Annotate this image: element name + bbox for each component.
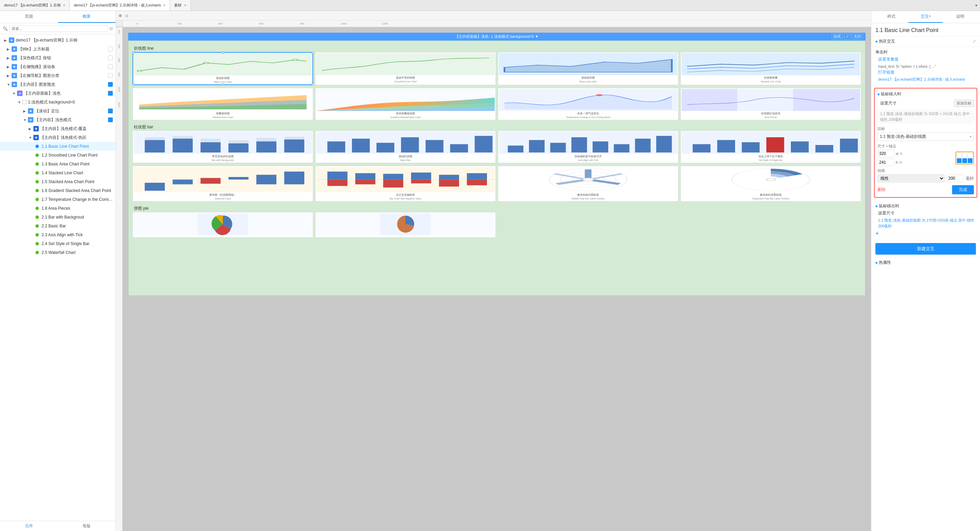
arrow-left-icon[interactable]: ◁ <box>125 13 128 18</box>
chart-canvas-26 <box>316 167 495 192</box>
svg-rect-12 <box>793 89 861 111</box>
mouse-out-link[interactable]: 1.1 预览-浅色-基础折线图 <box>878 218 921 222</box>
width-input[interactable] <box>877 150 894 157</box>
tree-item-12[interactable]: 1.2 Smoothed Line Chart Point <box>0 151 116 160</box>
chart-item-24[interactable]: JS <box>681 131 861 163</box>
right-panel-title: 1.1 Basic Line Chart Point <box>871 23 980 36</box>
search-input[interactable] <box>9 25 108 32</box>
delete-button[interactable]: 删除 <box>877 187 886 193</box>
tree-item-13[interactable]: 1.3 Basic Area Chart Point <box>0 160 116 168</box>
sidebar-tab-page[interactable]: 页面 <box>0 11 58 23</box>
tree-checkbox-checked[interactable] <box>108 109 113 113</box>
chart-item-26[interactable]: JS <box>315 166 496 201</box>
chart-item-27[interactable]: JS <box>498 166 678 201</box>
trigger-click-link[interactable]: demo17 【js-echarts官网】2.示例详情 - 嵌入echarts <box>875 76 976 82</box>
plus-button[interactable]: + <box>875 230 976 237</box>
fullscreen-button[interactable]: ⤢ <box>844 33 851 40</box>
tree-checkbox[interactable] <box>108 47 113 51</box>
complete-button[interactable]: 完成 <box>952 185 974 194</box>
chart-item-14[interactable]: TS 折线图堆叠 <box>681 52 861 85</box>
target-select[interactable]: 1.1 预览-浅色-基础折线图 ▾ <box>877 132 974 141</box>
chart-item-15[interactable]: JS 堆叠面积图 <box>132 88 313 120</box>
tree-item-title[interactable]: ▶ ■ 【title】上方标题 <box>0 44 116 54</box>
add-target-button[interactable]: 添加目标 <box>954 100 974 107</box>
chart-item-13[interactable]: JS 基础面积图 Basic area chart <box>498 52 678 85</box>
chart-item-25[interactable]: JS <box>132 166 313 201</box>
tab-close-1[interactable]: ✕ <box>63 3 65 7</box>
canvas-content: 【主内容面板】浅色: 1.浅色模式 background=0 ▼ 隔离 ⤢ 关闭… <box>123 27 871 301</box>
chart-item-11[interactable]: ⚡ <box>132 52 313 85</box>
chart-item-16[interactable]: JS <box>315 88 496 120</box>
tab-close-2[interactable]: ✕ <box>163 3 165 7</box>
tree-checkbox[interactable] <box>108 73 113 78</box>
tree-item-24[interactable]: 2.4 Set Style of Single Bar. <box>0 239 116 248</box>
tree-item-23[interactable]: 2.3 Axis Align with Tick <box>0 230 116 239</box>
chart-item-17[interactable]: ⚡ 未来一周气温变化 <box>498 88 678 120</box>
tree-item-21[interactable]: 2.1 Bar with Backgroud <box>0 213 116 222</box>
tree-item-mainpanel[interactable]: ▼ ◈ 【主内容面板】浅色 <box>0 89 116 98</box>
tab-assets[interactable]: 素材 ✕ <box>170 0 191 11</box>
tree-item-15[interactable]: 1.5 Stacked Area Chart Point <box>0 178 116 186</box>
right-panel-tab-interaction[interactable]: 交互• <box>908 11 943 23</box>
new-interaction-button[interactable]: 新建交互 <box>875 243 976 255</box>
tree-item-11[interactable]: 1.1 Basic Line Chart Point <box>0 142 116 151</box>
chart-item-28[interactable]: JS <box>681 166 861 201</box>
tree-item-demo17[interactable]: ▶ ■ demo17 【js-echarts官网】1.示例 <box>0 36 116 44</box>
tree-checkbox-checked[interactable] <box>108 117 113 122</box>
click-link-text[interactable]: demo17 【js-echarts官网】2.示例详情 - 嵌入echarts <box>878 77 965 81</box>
tree-item-16[interactable]: 1.6 Gradient Stacked Area Chart Point <box>0 186 116 195</box>
tree-item-lightcover[interactable]: ▶ ■ 【主内容】浅色模式-覆盖 <box>0 124 116 133</box>
tab-demo17-1[interactable]: demo17 【js-echarts官网】1.示例 ✕ <box>0 0 70 11</box>
height-input[interactable] <box>877 159 894 166</box>
tab-demo17-2[interactable]: demo17 【js-echarts官网】2.示例详情 - 嵌入echarts … <box>70 0 170 11</box>
chart-item-12[interactable]: JS 基础平滑折线图 Smoothed Line Chart <box>315 52 496 85</box>
chart-item-18[interactable]: TS 折线图区域高亮 <box>681 88 861 120</box>
tree-item-maincontent[interactable]: ▼ ■ 【主内容】图形预览 <box>0 80 116 89</box>
tree-item-25[interactable]: 2.5 Waterfall Chart <box>0 248 116 257</box>
filter-icon[interactable]: ⊟ <box>110 26 113 31</box>
chart-item-23[interactable]: JS <box>498 131 678 163</box>
width-func-icon[interactable]: fx <box>900 152 903 155</box>
isolate-button[interactable]: 隔离 <box>832 33 843 40</box>
animation-value-input[interactable] <box>947 174 964 182</box>
tree-item-18[interactable]: 1.8 Area Pieces <box>0 204 116 213</box>
tree-item-scroll[interactable]: ▶ ■ 【滚动】定位 <box>0 106 116 116</box>
anchor-tl[interactable] <box>957 153 962 158</box>
anchor-tm[interactable] <box>962 153 967 158</box>
anchor-ml[interactable] <box>957 158 962 163</box>
move-tool-icon[interactable]: ⊕ <box>119 13 122 18</box>
tree-item-leftnav[interactable]: ▶ ■ 【左侧导航】图形分类 <box>0 71 116 80</box>
tree-checkbox[interactable] <box>108 55 113 60</box>
tab-more-icon[interactable]: ▾ <box>972 3 980 8</box>
right-panel-tab-description[interactable]: 说明 <box>943 11 977 23</box>
tree-checkbox-checked[interactable] <box>108 91 113 96</box>
tab-close-3[interactable]: ✕ <box>184 3 186 7</box>
right-panel-tab-style[interactable]: 样式 <box>874 11 908 23</box>
tree-item-lightmode[interactable]: ▼ 1.浅色模式 background=0 <box>0 98 116 106</box>
chart-item-32[interactable]: JS <box>315 212 496 238</box>
tree-checkbox-checked[interactable] <box>108 82 113 87</box>
chart-item-22[interactable]: JS <box>315 131 496 163</box>
tree-item-lightheat[interactable]: ▼ ■ 【主内容】浅色模式-热区 <box>0 133 116 142</box>
tree-item-14[interactable]: 1.4 Stacked Line Chart <box>0 168 116 178</box>
dot-icon <box>35 198 39 201</box>
sidebar-bottom-tab-components[interactable]: 元件 <box>0 521 58 531</box>
hotspot-expand-icon[interactable]: ⤢ <box>973 39 976 44</box>
tree-item-darkmode[interactable]: ▶ ■ 【深色模式】按钮 <box>0 54 116 62</box>
anchor-mm[interactable] <box>962 158 967 163</box>
tree-item-17[interactable]: 1.7 Temperature Change in the Coming <box>0 195 116 204</box>
height-func-icon[interactable]: fx <box>899 161 902 165</box>
close-button[interactable]: 关闭 <box>852 33 863 40</box>
anchor-tr[interactable] <box>968 153 972 158</box>
animation-type-select[interactable]: 线性 <box>877 174 945 182</box>
sidebar-bottom-tab-master[interactable]: 母版 <box>58 521 116 531</box>
anchor-mr[interactable] <box>968 158 972 163</box>
tree-checkbox[interactable] <box>108 64 113 69</box>
tree-item-rightdrag[interactable]: ▶ ■ 【右侧拖拽】滚动条 <box>0 62 116 71</box>
chart-item-31[interactable]: ⚡ <box>132 212 313 238</box>
sidebar-tab-overview[interactable]: 概要 <box>58 11 116 23</box>
tree-item-22[interactable]: 2.2 Basic Bar <box>0 222 116 230</box>
canvas-viewport[interactable]: 【主内容面板】浅色: 1.浅色模式 background=0 ▼ 隔离 ⤢ 关闭… <box>123 27 871 531</box>
tree-item-lightcontent[interactable]: ▼ ■ 【主内容】浅色模式 <box>0 116 116 124</box>
chart-item-21[interactable]: JS <box>132 131 313 163</box>
